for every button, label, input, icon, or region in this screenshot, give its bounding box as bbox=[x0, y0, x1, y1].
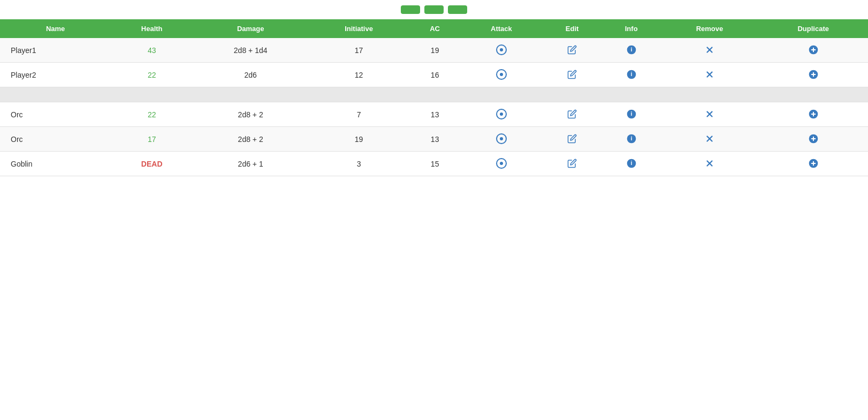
duplicate-icon bbox=[808, 109, 819, 119]
duplicate-icon bbox=[808, 44, 819, 55]
attack-button[interactable] bbox=[495, 68, 508, 81]
creature-attack-cell bbox=[460, 102, 542, 127]
info-icon: i bbox=[626, 44, 637, 55]
edit-icon bbox=[567, 134, 577, 144]
creature-name: Orc bbox=[0, 102, 111, 127]
remove-button[interactable] bbox=[704, 69, 715, 80]
info-icon: i bbox=[626, 69, 637, 80]
creature-info-cell: i bbox=[602, 63, 661, 87]
col-header-initiative: Initiative bbox=[308, 19, 409, 38]
remove-icon bbox=[705, 159, 714, 168]
creature-duplicate-cell bbox=[758, 38, 868, 63]
creature-damage: 2d6 bbox=[193, 63, 308, 87]
creature-info-cell: i bbox=[602, 102, 661, 127]
svg-text:i: i bbox=[630, 46, 632, 52]
table-row bbox=[0, 87, 868, 102]
remove-button[interactable] bbox=[704, 44, 715, 56]
creature-edit-cell bbox=[542, 152, 601, 176]
col-header-name: Name bbox=[0, 19, 111, 38]
table-row: Player2222d61216i bbox=[0, 63, 868, 87]
duplicate-button[interactable] bbox=[807, 132, 820, 145]
creature-edit-cell bbox=[542, 127, 601, 152]
creature-attack-cell bbox=[460, 127, 542, 152]
edit-button[interactable] bbox=[566, 44, 578, 56]
edit-button[interactable] bbox=[566, 133, 578, 145]
duplicate-button[interactable] bbox=[807, 68, 820, 81]
edit-icon bbox=[567, 70, 577, 79]
duplicate-button[interactable] bbox=[807, 157, 820, 170]
duplicate-icon bbox=[808, 69, 819, 80]
col-header-info: Info bbox=[602, 19, 661, 38]
creature-damage: 2d6 + 1 bbox=[193, 152, 308, 176]
edit-button[interactable] bbox=[566, 69, 578, 80]
attack-icon bbox=[496, 44, 507, 55]
creature-edit-cell bbox=[542, 38, 601, 63]
info-icon: i bbox=[626, 109, 637, 119]
creature-duplicate-cell bbox=[758, 63, 868, 87]
info-button[interactable]: i bbox=[625, 157, 638, 170]
creature-health: DEAD bbox=[111, 152, 193, 176]
remove-icon bbox=[705, 70, 714, 79]
info-button[interactable]: i bbox=[625, 43, 638, 56]
remove-button[interactable] bbox=[704, 158, 715, 169]
creature-ac: 15 bbox=[409, 152, 460, 176]
creature-health: 22 bbox=[111, 63, 193, 87]
duplicate-icon bbox=[808, 158, 819, 169]
creature-ac: 13 bbox=[409, 127, 460, 152]
attack-button[interactable] bbox=[495, 132, 508, 145]
info-button[interactable]: i bbox=[625, 68, 638, 81]
edit-button[interactable] bbox=[566, 108, 578, 120]
remove-button[interactable] bbox=[704, 108, 715, 120]
info-button[interactable]: i bbox=[625, 108, 638, 121]
creature-ac: 13 bbox=[409, 102, 460, 127]
creature-remove-cell bbox=[661, 38, 759, 63]
creature-remove-cell bbox=[661, 127, 759, 152]
creature-name: Goblin bbox=[0, 152, 111, 176]
creature-duplicate-cell bbox=[758, 102, 868, 127]
add-custom-creature-button[interactable] bbox=[424, 5, 444, 14]
table-row: Orc172d8 + 21913i bbox=[0, 127, 868, 152]
creature-attack-cell bbox=[460, 38, 542, 63]
remove-button[interactable] bbox=[704, 133, 715, 145]
add-creature-button[interactable] bbox=[401, 5, 420, 14]
table-row: Orc222d8 + 2713i bbox=[0, 102, 868, 127]
attack-icon bbox=[496, 133, 507, 144]
attack-icon bbox=[496, 69, 507, 80]
col-header-health: Health bbox=[111, 19, 193, 38]
creature-initiative: 7 bbox=[308, 102, 409, 127]
edit-icon bbox=[567, 159, 577, 168]
creature-ac: 16 bbox=[409, 63, 460, 87]
svg-text:i: i bbox=[630, 160, 632, 166]
attack-button[interactable] bbox=[495, 108, 508, 121]
attack-button[interactable] bbox=[495, 43, 508, 56]
creature-health: 22 bbox=[111, 102, 193, 127]
creature-info-cell: i bbox=[602, 38, 661, 63]
col-header-duplicate: Duplicate bbox=[758, 19, 868, 38]
table-row: Player1432d8 + 1d41719i bbox=[0, 38, 868, 63]
creature-name: Player1 bbox=[0, 38, 111, 63]
creature-edit-cell bbox=[542, 63, 601, 87]
duplicate-icon bbox=[808, 133, 819, 144]
creature-attack-cell bbox=[460, 152, 542, 176]
attack-icon bbox=[496, 158, 507, 169]
edit-button[interactable] bbox=[566, 158, 578, 169]
col-header-attack: Attack bbox=[460, 19, 542, 38]
attack-icon bbox=[496, 109, 507, 119]
col-header-damage: Damage bbox=[193, 19, 308, 38]
creature-health: 43 bbox=[111, 38, 193, 63]
toolbar bbox=[0, 0, 868, 19]
remove-icon bbox=[705, 45, 714, 55]
attack-button[interactable] bbox=[495, 157, 508, 170]
creature-damage: 2d8 + 2 bbox=[193, 127, 308, 152]
duplicate-button[interactable] bbox=[807, 108, 820, 121]
creature-initiative: 19 bbox=[308, 127, 409, 152]
creature-ac: 19 bbox=[409, 38, 460, 63]
info-button[interactable]: i bbox=[625, 132, 638, 145]
remove-icon bbox=[705, 109, 714, 119]
remove-icon bbox=[705, 134, 714, 144]
duplicate-button[interactable] bbox=[807, 43, 820, 56]
add-separator-button[interactable] bbox=[448, 5, 467, 14]
creature-duplicate-cell bbox=[758, 152, 868, 176]
creature-remove-cell bbox=[661, 152, 759, 176]
table-header-row: Name Health Damage Initiative AC Attack … bbox=[0, 19, 868, 38]
